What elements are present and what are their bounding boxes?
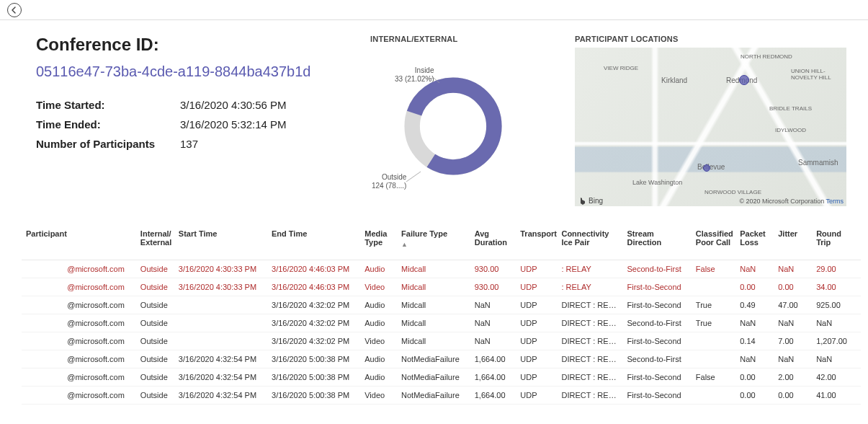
cell-end-time: 3/16/2020 4:46:03 PM xyxy=(267,278,360,296)
col-end-time[interactable]: End Time xyxy=(267,225,360,260)
bing-icon xyxy=(579,198,586,205)
time-ended-label: Time Ended: xyxy=(36,118,180,131)
table-row[interactable]: @microsoft.comOutside3/16/2020 4:32:54 P… xyxy=(22,387,861,405)
cell-stream-direction: First-to-Second xyxy=(623,296,692,314)
city-label: VIEW RIDGE xyxy=(604,65,638,71)
cell-media-type: Video xyxy=(360,332,397,350)
map-pin[interactable] xyxy=(739,75,749,85)
col-participant[interactable]: Participant xyxy=(22,225,136,260)
cell-round-trip: 34.00 xyxy=(812,278,861,296)
conference-id-value: 05116e47-73ba-4cde-a119-8844ba437b1d xyxy=(36,63,353,80)
svg-marker-2 xyxy=(581,198,585,205)
table-row[interactable]: @microsoft.comOutside3/16/2020 4:32:54 P… xyxy=(22,368,861,387)
col-stream-direction[interactable]: Stream Direction xyxy=(623,225,692,260)
time-ended-value: 3/16/2020 5:32:14 PM xyxy=(180,118,287,131)
table-row[interactable]: @microsoft.comOutside3/16/2020 4:32:02 P… xyxy=(22,296,861,314)
cell-round-trip: 29.00 xyxy=(812,260,861,278)
cell-round-trip: NaN xyxy=(812,350,861,368)
table-row[interactable]: @microsoft.comOutside3/16/2020 4:32:02 P… xyxy=(22,332,861,350)
cell-connectivity: : RELAY xyxy=(557,278,622,296)
table-row[interactable]: @microsoft.comOutside3/16/2020 4:30:33 P… xyxy=(22,260,861,278)
cell-participant: @microsoft.com xyxy=(22,278,136,296)
col-start-time[interactable]: Start Time xyxy=(174,225,267,260)
back-button[interactable] xyxy=(7,3,22,17)
col-transport[interactable]: Transport xyxy=(516,225,557,260)
cell-connectivity: DIRECT : RELAY xyxy=(557,387,622,405)
cell-start-time: 3/16/2020 4:32:54 PM xyxy=(174,387,267,405)
cell-internal-external: Outside xyxy=(136,350,174,368)
cell-avg-duration: 1,664.00 xyxy=(470,350,516,368)
cell-participant: @microsoft.com xyxy=(22,296,136,314)
cell-classified-poor: True xyxy=(692,296,735,314)
cell-participant: @microsoft.com xyxy=(22,314,136,332)
cell-packet-loss: NaN xyxy=(735,260,774,278)
city-label: UNION HILL-NOVELTY HILL xyxy=(791,68,846,81)
conference-id-label: Conference ID: xyxy=(36,35,353,55)
conference-info: Conference ID: 05116e47-73ba-4cde-a119-8… xyxy=(36,35,353,206)
time-started-label: Time Started: xyxy=(36,99,180,111)
cell-end-time: 3/16/2020 5:00:38 PM xyxy=(267,387,360,405)
cell-avg-duration: NaN xyxy=(470,314,516,332)
cell-participant: @microsoft.com xyxy=(22,387,136,405)
cell-stream-direction: First-to-Second xyxy=(623,368,692,387)
chart-title: INTERNAL/EXTERNAL xyxy=(370,35,558,43)
cell-start-time xyxy=(174,332,267,350)
col-jitter[interactable]: Jitter xyxy=(774,225,812,260)
table-row[interactable]: @microsoft.comOutside3/16/2020 4:32:54 P… xyxy=(22,350,861,368)
cell-end-time: 3/16/2020 4:32:02 PM xyxy=(267,332,360,350)
top-bar xyxy=(0,0,868,20)
sort-ascending-icon: ▲ xyxy=(401,241,466,248)
cell-classified-poor: False xyxy=(692,260,735,278)
cell-round-trip: 42.00 xyxy=(812,368,861,387)
cell-media-type: Audio xyxy=(360,296,397,314)
cell-media-type: Audio xyxy=(360,260,397,278)
cell-jitter: 0.00 xyxy=(774,278,812,296)
table-row[interactable]: @microsoft.comOutside3/16/2020 4:30:33 P… xyxy=(22,278,861,296)
map-terms-link[interactable]: Terms xyxy=(826,198,844,205)
cell-participant: @microsoft.com xyxy=(22,260,136,278)
city-label: NORTH REDMOND xyxy=(741,53,792,60)
cell-packet-loss: 0.00 xyxy=(735,278,774,296)
cell-internal-external: Outside xyxy=(136,368,174,387)
cell-packet-loss: NaN xyxy=(735,350,774,368)
col-internal-external[interactable]: Internal/ External xyxy=(136,225,174,260)
cell-connectivity: DIRECT : RELAY xyxy=(557,350,622,368)
cell-classified-poor xyxy=(692,332,735,350)
cell-classified-poor: False xyxy=(692,368,735,387)
cell-packet-loss: 0.14 xyxy=(735,332,774,350)
col-avg-duration[interactable]: Avg Duration xyxy=(470,225,516,260)
cell-internal-external: Outside xyxy=(136,332,174,350)
cell-transport: UDP xyxy=(516,368,557,387)
col-classified-poor[interactable]: Classified Poor Call xyxy=(692,225,735,260)
cell-internal-external: Outside xyxy=(136,296,174,314)
cell-failure-type: Midcall xyxy=(397,314,470,332)
city-label: IDYLWOOD xyxy=(775,127,806,133)
cell-avg-duration: 1,664.00 xyxy=(470,387,516,405)
col-connectivity[interactable]: Connectivity Ice Pair xyxy=(557,225,622,260)
cell-transport: UDP xyxy=(516,260,557,278)
cell-start-time: 3/16/2020 4:32:54 PM xyxy=(174,350,267,368)
cell-classified-poor: True xyxy=(692,314,735,332)
cell-round-trip: 1,207.00 xyxy=(812,332,861,350)
col-round-trip[interactable]: Round Trip xyxy=(812,225,861,260)
map-attribution: Bing xyxy=(579,197,603,205)
cell-media-type: Audio xyxy=(360,314,397,332)
map-canvas[interactable]: VIEW RIDGE Kirkland Redmond Bellevue Sam… xyxy=(575,48,846,206)
col-media-type[interactable]: Media Type xyxy=(360,225,397,260)
col-packet-loss[interactable]: Packet Loss xyxy=(735,225,774,260)
cell-media-type: Video xyxy=(360,387,397,405)
city-label: Kirkland xyxy=(661,76,687,84)
cell-avg-duration: 930.00 xyxy=(470,278,516,296)
cell-stream-direction: Second-to-First xyxy=(623,350,692,368)
map-copyright: © 2020 Microsoft Corporation Terms xyxy=(739,198,844,205)
cell-transport: UDP xyxy=(516,350,557,368)
map-pin[interactable] xyxy=(703,164,710,172)
cell-avg-duration: 930.00 xyxy=(470,260,516,278)
arrow-left-icon xyxy=(10,6,19,14)
cell-failure-type: Midcall xyxy=(397,332,470,350)
cell-classified-poor xyxy=(692,350,735,368)
table-row[interactable]: @microsoft.comOutside3/16/2020 4:32:02 P… xyxy=(22,314,861,332)
col-failure-type[interactable]: Failure Type▲ xyxy=(397,225,470,260)
cell-internal-external: Outside xyxy=(136,260,174,278)
cell-jitter: 47.00 xyxy=(774,296,812,314)
